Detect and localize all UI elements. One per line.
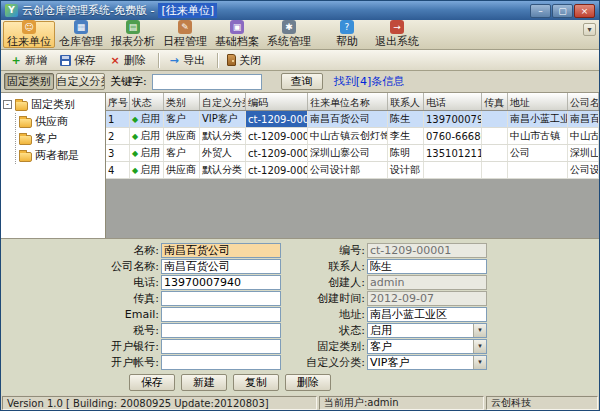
cell-custom-class[interactable]: 默认分类 bbox=[200, 128, 246, 144]
cell-code[interactable]: ct-1209-00001 bbox=[246, 111, 308, 127]
cell-no[interactable]: 3 bbox=[106, 145, 130, 161]
account-field[interactable] bbox=[161, 355, 281, 370]
minimize-button[interactable]: – bbox=[530, 4, 551, 18]
column-header-custom-class[interactable]: 自定义分类 bbox=[200, 93, 246, 110]
nav-item-system[interactable]: ✱ 系统管理 bbox=[263, 21, 315, 48]
email-field[interactable] bbox=[161, 307, 281, 322]
cell-company[interactable]: 深圳山寨公司 bbox=[568, 145, 599, 161]
address-field[interactable] bbox=[367, 307, 487, 322]
close-button[interactable]: × bbox=[574, 4, 595, 18]
cell-contact[interactable]: 李生 bbox=[388, 128, 424, 144]
cell-category[interactable]: 客户 bbox=[164, 111, 200, 127]
nav-item-archives[interactable]: ▣ 基础档案 bbox=[211, 21, 263, 48]
bank-field[interactable] bbox=[161, 339, 281, 354]
cell-fax[interactable] bbox=[482, 128, 508, 144]
collapse-icon[interactable]: - bbox=[3, 100, 12, 109]
name-field[interactable] bbox=[161, 243, 281, 258]
column-header-contact[interactable]: 联系人 bbox=[388, 93, 424, 110]
tree-item-both[interactable]: 两者都是 bbox=[19, 147, 103, 164]
custom-category-tab[interactable]: 自定义分类 bbox=[56, 73, 106, 90]
cell-no[interactable]: 2 bbox=[106, 128, 130, 144]
tax-number-field[interactable] bbox=[161, 323, 281, 338]
cell-code[interactable]: ct-1209-00002 bbox=[246, 128, 308, 144]
cell-fax[interactable] bbox=[482, 145, 508, 161]
column-header-name[interactable]: 往来单位名称 bbox=[308, 93, 388, 110]
cell-status[interactable]: ◆ 启用 bbox=[130, 162, 164, 178]
cell-phone[interactable]: 13970007940 bbox=[424, 111, 482, 127]
cell-phone[interactable] bbox=[424, 162, 482, 178]
form-copy-button[interactable]: 复制 bbox=[233, 374, 279, 391]
cell-phone[interactable]: 0760-6668696 bbox=[424, 128, 482, 144]
cell-no[interactable]: 4 bbox=[106, 162, 130, 178]
cell-name[interactable]: 中山古镇云创灯饰公司 bbox=[308, 128, 388, 144]
contact-field[interactable] bbox=[367, 259, 487, 274]
column-header-no[interactable]: 序号 bbox=[106, 93, 130, 110]
cell-phone[interactable]: 13510121111 bbox=[424, 145, 482, 161]
custom-category-select[interactable]: VIP客户 ▾ bbox=[367, 355, 487, 370]
column-header-code[interactable]: 编码 bbox=[246, 93, 308, 110]
cell-fax[interactable] bbox=[482, 162, 508, 178]
table-row[interactable]: 3 ◆ 启用 客户 外贸人 ct-1209-00003 深圳山寨公司 陈明 13… bbox=[106, 145, 599, 162]
status-select[interactable]: 启用 ▾ bbox=[367, 323, 487, 338]
toolbar-overflow-icon[interactable]: ▾ bbox=[583, 23, 596, 36]
cell-name[interactable]: 南昌百货公司 bbox=[308, 111, 388, 127]
cell-code[interactable]: ct-1209-00004 bbox=[246, 162, 308, 178]
tree-item-customer[interactable]: 客户 bbox=[19, 130, 103, 147]
column-header-status[interactable]: 状态 bbox=[130, 93, 164, 110]
cell-custom-class[interactable]: 默认分类 bbox=[200, 162, 246, 178]
cell-contact[interactable]: 陈明 bbox=[388, 145, 424, 161]
table-row[interactable]: 4 ◆ 启用 供应商 默认分类 ct-1209-00004 公司设计部 设计部 … bbox=[106, 162, 599, 179]
cell-address[interactable]: 中山市古镇 bbox=[508, 128, 568, 144]
form-new-button[interactable]: 新建 bbox=[181, 374, 227, 391]
cell-company[interactable]: 中山古镇云创灯饰公司 bbox=[568, 128, 599, 144]
cell-address[interactable]: 公司 bbox=[508, 145, 568, 161]
cell-category[interactable]: 客户 bbox=[164, 145, 200, 161]
cell-category[interactable]: 供应商 bbox=[164, 128, 200, 144]
fixed-category-tab[interactable]: 固定类别 bbox=[4, 73, 54, 90]
add-record-button[interactable]: + 新增 bbox=[5, 51, 55, 70]
table-row[interactable]: 2 ◆ 启用 供应商 默认分类 ct-1209-00002 中山古镇云创灯饰公司… bbox=[106, 128, 599, 145]
column-header-company[interactable]: 公司名称 bbox=[568, 93, 599, 110]
delete-record-button[interactable]: × 删除 bbox=[104, 51, 154, 70]
phone-field[interactable] bbox=[161, 275, 281, 290]
maximize-button[interactable]: ▢ bbox=[552, 4, 573, 18]
nav-item-warehouse[interactable]: ▦ 仓库管理 bbox=[55, 21, 107, 48]
table-row[interactable]: 1 ◆ 启用 客户 VIP客户 ct-1209-00001 南昌百货公司 陈生 … bbox=[106, 111, 599, 128]
tree-item-supplier[interactable]: 供应商 bbox=[19, 113, 103, 130]
keyword-input[interactable] bbox=[152, 74, 262, 90]
column-header-category[interactable]: 类别 bbox=[164, 93, 200, 110]
cell-category[interactable]: 供应商 bbox=[164, 162, 200, 178]
cell-code[interactable]: ct-1209-00003 bbox=[246, 145, 308, 161]
fixed-category-select[interactable]: 客户 ▾ bbox=[367, 339, 487, 354]
query-button[interactable]: 查询 bbox=[281, 73, 323, 90]
cell-address[interactable]: 南昌小蓝工业区 bbox=[508, 111, 568, 127]
nav-item-contacts[interactable]: ☺ 往来单位 bbox=[3, 21, 55, 48]
fax-field[interactable] bbox=[161, 291, 281, 306]
nav-item-help[interactable]: ? 帮助 bbox=[323, 21, 371, 48]
nav-item-schedule[interactable]: ✎ 日程管理 bbox=[159, 21, 211, 48]
nav-item-exit[interactable]: → 退出系统 bbox=[371, 21, 423, 48]
cell-custom-class[interactable]: VIP客户 bbox=[200, 111, 246, 127]
save-record-button[interactable]: 保存 bbox=[55, 51, 104, 70]
cell-company[interactable]: 南昌百货公司 bbox=[568, 111, 599, 127]
cell-custom-class[interactable]: 外贸人 bbox=[200, 145, 246, 161]
cell-address[interactable] bbox=[508, 162, 568, 178]
company-name-field[interactable] bbox=[161, 259, 281, 274]
form-save-button[interactable]: 保存 bbox=[129, 374, 175, 391]
cell-status[interactable]: ◆ 启用 bbox=[130, 145, 164, 161]
column-header-fax[interactable]: 传真 bbox=[482, 93, 508, 110]
cell-status[interactable]: ◆ 启用 bbox=[130, 128, 164, 144]
export-button[interactable]: → 导出 bbox=[163, 51, 213, 70]
column-header-phone[interactable]: 电话 bbox=[424, 93, 482, 110]
cell-status[interactable]: ◆ 启用 bbox=[130, 111, 164, 127]
close-module-button[interactable]: 关闭 bbox=[222, 51, 269, 70]
cell-contact[interactable]: 陈生 bbox=[388, 111, 424, 127]
tree-root-item[interactable]: - 固定类别 bbox=[3, 96, 103, 113]
cell-fax[interactable] bbox=[482, 111, 508, 127]
cell-no[interactable]: 1 bbox=[106, 111, 130, 127]
column-header-address[interactable]: 地址 bbox=[508, 93, 568, 110]
nav-item-reports[interactable]: ▤ 报表分析 bbox=[107, 21, 159, 48]
cell-name[interactable]: 深圳山寨公司 bbox=[308, 145, 388, 161]
cell-company[interactable]: 公司设计部 bbox=[568, 162, 599, 178]
form-delete-button[interactable]: 删除 bbox=[285, 374, 331, 391]
